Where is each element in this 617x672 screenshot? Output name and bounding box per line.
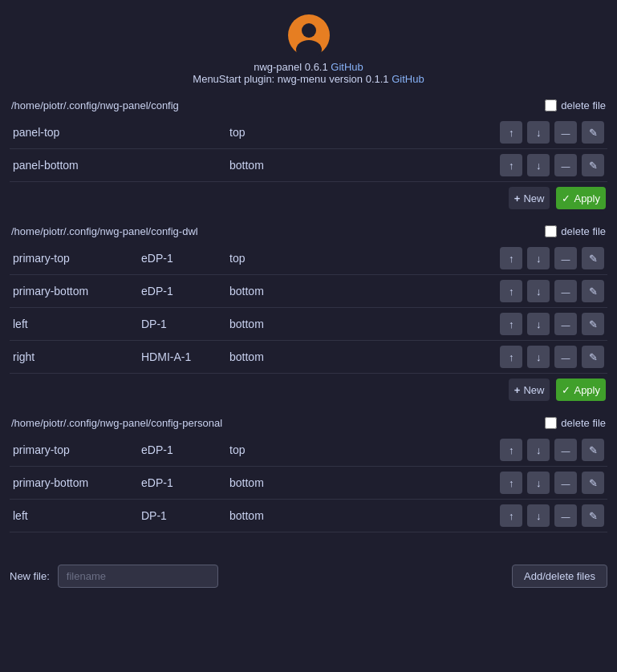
edit-button[interactable] [582,504,604,527]
table-row: right HDMI-A-1 bottom [10,341,607,374]
down-icon [536,444,542,456]
plugin-github-link[interactable]: GitHub [392,73,424,85]
edit-button[interactable] [582,154,604,176]
edit-button[interactable] [582,121,604,144]
row-actions [323,341,607,374]
row-monitor: eDP-1 [138,242,226,275]
up-button[interactable] [500,472,522,494]
remove-button[interactable] [554,121,577,144]
down-icon [536,285,542,298]
minus-icon [562,444,570,456]
down-button[interactable] [527,121,550,144]
row-monitor [138,149,226,182]
down-icon [536,160,542,172]
remove-button[interactable] [554,247,577,269]
row-name: left [10,308,138,341]
edit-button[interactable] [582,439,604,461]
down-button[interactable] [527,280,550,302]
edit-button[interactable] [582,247,604,269]
remove-button[interactable] [554,346,577,368]
minus-icon [562,351,570,363]
down-icon [536,253,542,265]
edit-button[interactable] [582,472,604,494]
remove-button[interactable] [554,504,577,527]
up-button[interactable] [500,154,522,176]
apply-button-config[interactable]: Apply [556,187,606,209]
remove-button[interactable] [554,439,577,461]
up-button[interactable] [500,247,522,269]
down-button[interactable] [527,472,550,494]
plugin-line: MenuStart plugin: nwg-menu version 0.1.1… [0,73,617,85]
up-button[interactable] [500,346,522,368]
up-button[interactable] [500,313,522,335]
row-monitor: DP-1 [138,500,226,532]
table-row: primary-top eDP-1 top [10,242,607,275]
edit-icon [589,285,598,298]
main-content: /home/piotr/.config/nwg-panel/config del… [0,93,617,553]
table-row: left DP-1 bottom [10,500,607,532]
delete-file-checkbox-config[interactable] [545,99,557,111]
row-monitor: eDP-1 [138,467,226,500]
row-name: primary-top [10,242,138,275]
plugin-text: MenuStart plugin: nwg-menu version 0.1.1 [193,73,388,85]
minus-icon [562,253,570,265]
plus-icon [514,192,521,204]
section-footer-config: New Apply [10,182,607,211]
delete-file-checkbox-personal[interactable] [545,417,557,429]
edit-button[interactable] [582,346,604,368]
down-icon [536,318,542,330]
github-link[interactable]: GitHub [331,61,363,73]
row-position: bottom [226,149,323,182]
edit-icon [589,127,598,139]
edit-button[interactable] [582,313,604,335]
section-config: /home/piotr/.config/nwg-panel/config del… [10,96,607,211]
apply-button-dwl[interactable]: Apply [556,379,606,401]
down-button[interactable] [527,154,550,176]
svg-point-1 [302,23,316,38]
rows-table-dwl: primary-top eDP-1 top primary-bottom eDP… [10,242,607,374]
up-button[interactable] [500,121,522,144]
down-button[interactable] [527,439,550,461]
file-header-dwl: /home/piotr/.config/nwg-panel/config-dwl… [10,222,607,241]
new-file-label: New file: [10,570,50,582]
add-delete-files-button[interactable]: Add/delete files [512,565,607,588]
down-button[interactable] [527,346,550,368]
row-position: top [226,116,323,149]
up-icon [509,318,514,330]
down-button[interactable] [527,247,550,269]
row-actions [323,116,607,149]
delete-file-checkbox-dwl[interactable] [545,225,557,237]
edit-icon [589,510,598,522]
edit-icon [589,160,598,172]
delete-file-label-personal: delete file [545,417,606,429]
app-name: nwg-panel 0.6.1 [254,61,328,73]
new-button-dwl[interactable]: New [509,379,550,401]
row-position: bottom [226,341,323,374]
down-icon [536,351,542,363]
up-button[interactable] [500,439,522,461]
app-logo [288,14,330,56]
minus-icon [562,285,570,298]
new-file-input[interactable] [58,565,218,588]
up-button[interactable] [500,504,522,527]
row-position: bottom [226,467,323,500]
remove-button[interactable] [554,154,577,176]
section-footer-dwl: New Apply [10,374,607,403]
up-button[interactable] [500,280,522,302]
row-actions [323,242,607,275]
new-button-config[interactable]: New [509,187,550,209]
down-button[interactable] [527,504,550,527]
remove-button[interactable] [554,280,577,302]
edit-button[interactable] [582,280,604,302]
down-icon [536,510,542,522]
bottom-bar: New file: Add/delete files [0,557,617,596]
edit-icon [589,444,598,456]
table-row: primary-bottom eDP-1 bottom [10,467,607,500]
remove-button[interactable] [554,313,577,335]
remove-button[interactable] [554,472,577,494]
down-button[interactable] [527,313,550,335]
up-icon [509,510,514,522]
row-monitor [138,116,226,149]
table-row: primary-top eDP-1 top [10,434,607,467]
table-row: panel-bottom bottom [10,149,607,182]
